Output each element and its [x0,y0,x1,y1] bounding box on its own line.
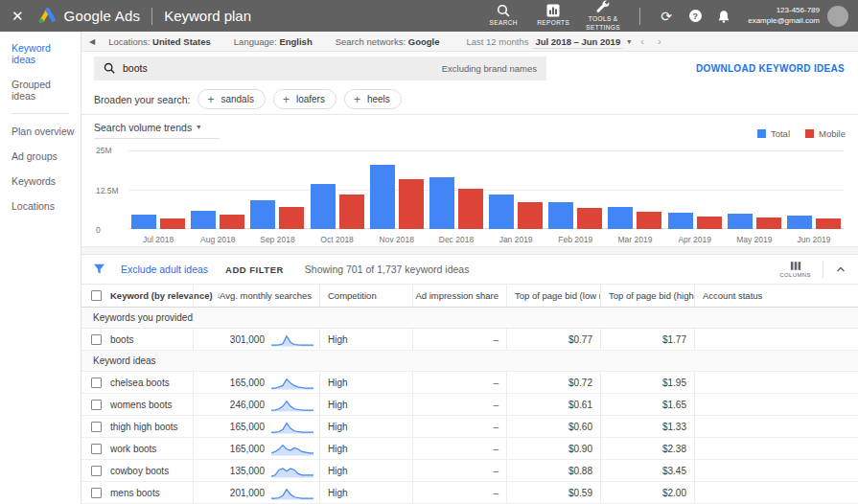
refresh-icon[interactable]: ⟳ [652,9,681,24]
bar-total[interactable] [191,211,216,229]
bar-total[interactable] [131,215,156,229]
bar-mobile[interactable] [339,195,364,229]
sidebar-item-locations[interactable]: Locations [0,194,81,218]
col-top-bid-low[interactable]: Top of page bid (low range) [506,285,600,307]
search-input[interactable] [123,62,442,74]
collapse-panel-icon[interactable]: ◀ [89,37,95,46]
filter-locations[interactable]: Locations: United States [108,36,211,47]
bar-total[interactable] [311,184,336,229]
sidebar-item-keywords[interactable]: Keywords [0,169,81,194]
x-axis-tick: Apr 2019 [665,235,725,244]
table-row[interactable]: boots301,000High–$0.77$1.77 [81,329,858,351]
bar-mobile[interactable] [160,218,185,229]
keyword-search-box[interactable]: Excluding brand names [94,57,546,80]
table-row[interactable]: chelsea boots165,000High–$0.72$1.95 [81,372,858,394]
next-period-icon[interactable]: › [658,35,661,47]
account-info[interactable]: 123-456-789 example@gmail.com [748,6,820,27]
chevron-up-icon[interactable] [835,264,846,274]
add-filter-button[interactable]: ADD FILTER [225,264,284,275]
ad-impression-share-cell: – [412,438,506,459]
filter-networks[interactable]: Search networks: Google [336,36,440,47]
chart-month-labels: Jul 2018Aug 2018Sep 2018Oct 2018Nov 2018… [128,235,844,244]
table-row[interactable]: mens boots201,000High–$0.59$2.00 [81,482,858,504]
keyword-cell: womens boots [110,394,193,415]
topbar-left: ✕ Google Ads Keyword plan [0,7,251,25]
bar-mobile[interactable] [279,207,304,229]
close-icon[interactable]: ✕ [12,8,24,25]
col-avg-monthly-searches[interactable]: Avg. monthly searches [193,285,319,307]
x-axis-tick: Jun 2019 [784,235,844,244]
row-checkbox[interactable] [91,422,102,432]
filter-language[interactable]: Language: English [234,36,313,47]
col-keyword[interactable]: Keyword (by relevance) ↓ [110,285,193,307]
nav-search[interactable]: SEARCH [478,0,528,31]
col-ad-impression-share[interactable]: Ad impression share [412,285,506,307]
google-ads-logo-icon [37,7,58,25]
bar-mobile[interactable] [220,215,244,229]
download-keyword-ideas-button[interactable]: DOWNLOAD KEYWORD IDEAS [696,63,845,74]
bar-total[interactable] [787,216,812,229]
row-checkbox[interactable] [91,444,102,454]
bar-group [367,150,427,229]
broaden-chip-sandals[interactable]: +sandals [197,89,265,109]
table-row[interactable]: cowboy boots135,000High–$0.88$3.45 [81,460,858,482]
date-range-selector[interactable]: Last 12 months Jul 2018 – Jun 2019 ▾ [466,34,631,49]
bar-mobile[interactable] [637,212,661,229]
bar-group [545,150,605,229]
nav-label: TOOLS & SETTINGS [578,15,628,31]
broaden-chip-loafers[interactable]: +loafers [273,89,336,109]
bar-mobile[interactable] [399,179,424,228]
bid-high-cell: $2.38 [600,438,694,459]
avg-searches-cell: 165,000 [193,438,319,459]
bar-total[interactable] [668,213,693,229]
bar-total[interactable] [489,195,514,229]
ad-impression-share-cell: – [412,329,506,350]
bar-total[interactable] [429,177,454,229]
col-competition[interactable]: Competition [319,285,412,307]
row-checkbox[interactable] [91,466,102,476]
table-row[interactable]: work boots165,000High–$0.90$2.38 [81,438,858,460]
bar-mobile[interactable] [577,208,602,229]
columns-button[interactable]: COLUMNS [779,261,811,278]
bid-high-cell: $3.45 [600,460,694,481]
bar-total[interactable] [250,200,275,229]
table-row[interactable]: thigh high boots165,000High–$0.60$1.33 [81,416,858,438]
row-checkbox[interactable] [91,400,102,410]
bar-mobile[interactable] [518,202,543,229]
x-axis-tick: Mar 2019 [605,235,664,244]
sidebar-item-ad-groups[interactable]: Ad groups [0,144,81,169]
table-row[interactable]: womens boots246,000High–$0.61$1.65 [81,394,858,416]
bar-total[interactable] [548,202,573,229]
sidebar-item-grouped-ideas[interactable]: Grouped ideas [0,72,81,108]
notifications-bell-icon[interactable] [709,10,738,23]
exclude-adult-ideas-link[interactable]: Exclude adult ideas [121,263,208,275]
bar-mobile[interactable] [697,217,722,229]
avatar[interactable] [827,6,848,27]
bar-mobile[interactable] [816,218,841,229]
chart-type-selector[interactable]: Search volume trends ▾ [94,122,220,139]
row-checkbox[interactable] [91,334,102,345]
search-volume-section: Search volume trends ▾ TotalMobile 25M 1… [81,115,858,246]
prev-period-icon[interactable]: ‹ [640,35,644,47]
row-checkbox[interactable] [91,488,102,498]
col-top-bid-high[interactable]: Top of page bid (high range) [600,285,694,307]
trend-sparkline [271,332,313,347]
sidebar: Keyword ideasGrouped ideasPlan overviewA… [0,32,81,504]
bar-mobile[interactable] [458,189,483,229]
bid-high-cell: $1.33 [600,416,694,437]
sidebar-item-keyword-ideas[interactable]: Keyword ideas [0,35,81,72]
row-checkbox[interactable] [91,378,102,388]
broaden-chip-heels[interactable]: +heels [344,89,402,109]
bar-mobile[interactable] [756,218,781,228]
select-all-checkbox[interactable] [91,290,102,301]
help-icon[interactable]: ? [681,10,709,22]
nav-reports[interactable]: REPORTS [528,0,578,31]
nav-tools-settings[interactable]: TOOLS & SETTINGS [578,0,628,31]
col-account-status[interactable]: Account status [694,285,858,307]
sidebar-item-plan-overview[interactable]: Plan overview [0,119,81,144]
filter-funnel-icon[interactable] [93,263,105,275]
trend-sparkline [271,397,313,412]
bar-total[interactable] [728,214,753,229]
bar-total[interactable] [370,165,395,228]
bar-total[interactable] [608,207,633,228]
